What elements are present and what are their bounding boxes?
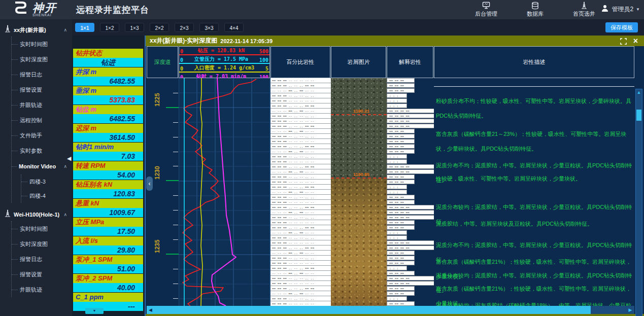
sidebar-item-实时深度图[interactable]: 实时深度图 [12,236,72,252]
sidebar-item-实时参数[interactable]: 实时参数 [12,143,72,158]
param-label: 井深 m [73,67,143,77]
param-label: 悬重 kN [73,199,143,208]
interpreted-lithology-bar: == == == [387,144,415,149]
depth-log-body: 122512301235 == == == -- -- -- -- --== =… [146,78,644,306]
sidebar-item-四楼-4[interactable]: 四楼-4 [21,189,72,203]
depth-log-panel: xx井(新井眼)-实时深度图 2022-11-14 17:05:39 × 深度道… [146,36,644,316]
param-label: 钻井状态 [73,49,143,58]
depth-minor-tick [173,210,178,210]
sidebar-item-label: 报警日志 [20,256,42,263]
interpreted-lithology-bar: == == == == [387,276,434,280]
sidebar-item-文件助手[interactable]: 文件助手 [12,128,72,143]
parameter-panel-collapse-handle[interactable]: ‹ [146,177,153,191]
sidebar-group-Monitor Video[interactable]: Monitor Video∧ [12,158,72,174]
nav-item-1[interactable]: 后台管理 [475,1,497,18]
collapse-caret-icon[interactable]: ∧ [63,212,67,217]
nav-item-3[interactable]: 首页选井 [573,1,595,18]
cuttings-photo-column: 1190.211190.85 [331,78,387,306]
sidebar-collapse-arrow[interactable]: ◀ [67,155,71,162]
depth-track-header: 深度道 [147,46,178,78]
sidebar-item-实时深度图[interactable]: 实时深度图 [12,52,72,67]
save-template-button[interactable]: 保存模板 [605,22,638,32]
close-icon[interactable]: × [633,36,638,46]
param-label: 钻位 m [73,105,143,114]
interpreted-lithology-bar: : : : [387,159,407,164]
param-label: 转速 RPM [73,161,143,170]
collapse-caret-icon[interactable]: ∧ [63,164,67,169]
cuttings-depth-annotation: 1190.85 [353,172,369,177]
depth-track: 122512301235 [147,78,179,306]
param-label: 入流 l/s [73,236,143,245]
depth-minor-tick [173,152,178,152]
grid-layout-button-3x3[interactable]: 3×3 [199,23,219,32]
lithology-symbol-row: -- -- -- == .. == -- -- [270,169,331,174]
scroll-right-icon[interactable]: ▶ [627,306,634,314]
database-icon [531,1,539,10]
scroll-left-icon[interactable]: ◀ [147,306,154,314]
grid-layout-button-1x1[interactable]: 1×1 [75,23,94,32]
lithology-symbol-row: -- -- -- == .. == -- -- [270,88,331,93]
sidebar-item-四楼-3[interactable]: 四楼-3 [21,174,72,189]
column-header-cuttings-photo: 岩屑图片 [331,46,386,78]
sidebar-item-报警设置[interactable]: 报警设置 [12,82,72,97]
param-label: 钻时1 min/m [73,143,143,152]
param-label: C_1 ppm [73,293,143,302]
sidebar-item-报警日志[interactable]: 报警日志 [12,67,72,82]
param-more-button[interactable]: ▾ [85,308,104,314]
grid-layout-button-4x4[interactable]: 4×4 [224,23,244,32]
lithology-symbol-row: == == == -- .. -- .. .. [270,256,331,261]
grid-layout-button-1x2[interactable]: 1×2 [100,23,119,32]
derrick-icon [581,1,588,10]
lithology-symbol-row: == == == -- .. -- .. .. [270,296,331,301]
depth-log-title: xx井(新井眼)-实时深度图 [150,37,217,45]
grid-layout-button-1x3[interactable]: 1×3 [125,23,144,32]
grid-layout-button-2x2[interactable]: 2×2 [150,23,169,32]
lithology-description-text: 泥质胶结，中等。岩屑呈块状及豆粒状。具PDC钻头切削特征。 [436,217,633,231]
sidebar-item-报警设置[interactable]: 报警设置 [12,267,72,282]
user-menu[interactable]: 管理员2 ▼ [601,4,640,14]
sidebar-item-报警日志[interactable]: 报警日志 [12,252,72,267]
sidebar-item-井眼轨迹[interactable]: 井眼轨迹 [12,282,72,297]
lithology-description-text: 泥质分布较均；泥灰质胶结（碳酸钙含量18%），中等。岩屑呈块状，少量豆粒状。具P… [436,298,633,306]
param-value: 40.00 [73,283,143,292]
nav-item-2[interactable]: 数据库 [527,1,544,18]
sidebar-item-井眼轨迹[interactable]: 井眼轨迹 [12,97,72,113]
expand-icon[interactable] [620,38,627,47]
collapse-caret-icon[interactable]: ∧ [63,27,67,32]
depth-minor-tick [173,166,178,166]
grid-layout-button-2x3[interactable]: 2×3 [175,23,194,32]
lithology-percent-column: == == == -- -- -- -- --== == == .. -- ..… [270,78,331,306]
param-value: 54.00 [73,170,143,180]
depth-major-tick [166,107,179,108]
horizontal-scroll-thumb[interactable] [154,306,591,314]
lithology-symbol-row: == == == .. -- .. == == [270,103,331,109]
sidebar-item-实时时间图[interactable]: 实时时间图 [12,221,72,236]
interpreted-lithology-bar: == == == [387,174,415,179]
sidebar-item-远程控制[interactable]: 远程控制 [12,113,72,128]
cuttings-boundary-line [331,114,387,115]
depth-minor-tick [173,195,178,196]
param-label: 钻压别名 kN [73,180,143,189]
lithology-symbol-row: -- -- -- == .. == -- -- [270,251,331,256]
brand-name-cn: 神开 [32,3,57,13]
scroll-up-icon[interactable]: ▲ [636,90,642,95]
interpreted-lithology-bar: == == == [387,286,415,291]
sidebar-item-实时时间图[interactable]: 实时时间图 [12,37,72,52]
curve-scale-钻压: 0钻压 = 120.83 kN500 [179,47,269,55]
param-value: 17.50 [73,227,143,236]
depth-minor-tick [173,269,178,269]
lithology-symbol-row: -- -- -- == .. == -- -- [270,230,331,235]
vertical-scrollbar[interactable]: ▲ ▼ [635,89,642,316]
lithology-symbol-row: -- -- -- == .. == -- -- [270,271,331,276]
vertical-scroll-thumb[interactable] [636,110,641,121]
param-value: 1009.67 [73,208,143,217]
param-label: 垂深 m [73,86,143,95]
well-node-1[interactable]: xx井(新井眼)∧ [0,23,72,37]
horizontal-scrollbar[interactable]: ◀ ▶ [147,306,634,314]
realtime-parameter-panel: 钻井状态钻进井深 m6482.55垂深 m5373.83钻位 m6482.55迟… [72,36,146,316]
group-children: 四楼-3四楼-4 [21,174,72,203]
interpreted-lithology-bar: == == == [387,256,415,260]
lithology-symbol-row: == == == .. -- .. == == [270,83,331,88]
lithology-symbol-row: == == == -- .. -- .. .. [270,195,331,200]
well-node-2[interactable]: Wei-H100(Hole-1)∧ [0,208,72,221]
